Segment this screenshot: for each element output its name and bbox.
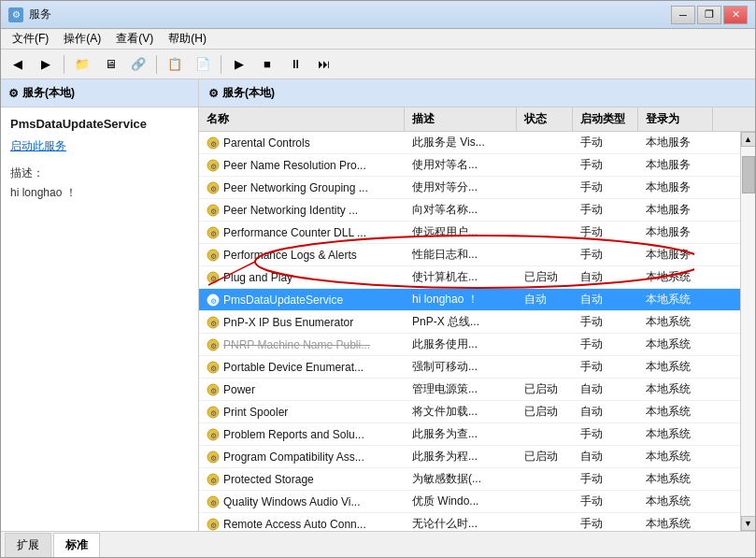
col-status[interactable]: 状态 — [517, 107, 573, 131]
service-icon: ⚙ — [207, 293, 220, 307]
desc-text: hi longhao ！ — [10, 185, 189, 201]
restore-button[interactable]: ❐ — [697, 6, 721, 24]
menu-bar: 文件(F) 操作(A) 查看(V) 帮助(H) — [1, 29, 755, 50]
menu-help[interactable]: 帮助(H) — [161, 29, 214, 49]
service-status-cell — [517, 132, 573, 153]
service-desc-cell: 管理电源策... — [405, 379, 517, 400]
right-panel: ⚙ 服务(本地) 名称 描述 状态 启动类型 登录为 ⚙Parental Con… — [199, 79, 755, 531]
table-row[interactable]: ⚙Peer Networking Identity ...向对等名称...手动本… — [199, 199, 740, 222]
connect-button[interactable]: 🔗 — [125, 52, 151, 77]
service-icon: ⚙ — [207, 428, 220, 441]
tab-standard[interactable]: 标准 — [53, 533, 100, 557]
stop-button[interactable]: ■ — [254, 52, 280, 77]
svg-text:⚙: ⚙ — [210, 476, 217, 484]
table-row[interactable]: ⚙PmsDataUpdateServicehi longhao ！自动自动本地系… — [199, 289, 740, 311]
svg-text:⚙: ⚙ — [210, 319, 217, 327]
table-row[interactable]: ⚙Performance Logs & Alerts性能日志和...手动本地服务 — [199, 244, 740, 266]
service-login-cell: 本地服务 — [638, 222, 713, 243]
service-name-cell: ⚙Print Spooler — [199, 401, 405, 422]
svg-text:⚙: ⚙ — [210, 408, 217, 417]
table-with-scrollbar: ⚙Parental Controls此服务是 Vis...手动本地服务⚙Peer… — [199, 132, 755, 531]
service-login-cell: 本地系统 — [638, 334, 713, 355]
service-status-cell — [517, 222, 573, 243]
service-status-cell: 自动 — [517, 289, 573, 310]
table-row[interactable]: ⚙Peer Networking Grouping ...使用对等分...手动本… — [199, 177, 740, 199]
service-name-cell: ⚙Remote Access Auto Conn... — [199, 513, 405, 531]
back-button[interactable]: ◀ — [5, 52, 31, 77]
service-icon: ⚙ — [207, 406, 220, 419]
service-login-cell: 本地服务 — [638, 244, 713, 265]
col-login[interactable]: 登录为 — [638, 107, 713, 131]
tab-expand[interactable]: 扩展 — [5, 533, 51, 557]
service-status-cell: 已启动 — [517, 266, 573, 288]
scrollbar-thumb[interactable] — [742, 156, 755, 193]
service-startup-cell: 自动 — [573, 446, 638, 467]
col-desc[interactable]: 描述 — [405, 107, 517, 131]
table-row[interactable]: ⚙Power管理电源策...已启动自动本地系统 — [199, 379, 740, 401]
service-startup-cell: 自动 — [573, 401, 638, 422]
left-panel-title: 服务(本地) — [22, 85, 75, 101]
service-icon: ⚙ — [207, 249, 220, 262]
col-name[interactable]: 名称 — [199, 107, 405, 131]
service-desc-cell: 使远程用户... — [405, 222, 517, 243]
table-row[interactable]: ⚙Portable Device Enumerat...强制可移动...手动本地… — [199, 356, 740, 379]
forward-button[interactable]: ▶ — [33, 52, 59, 77]
service-status-cell — [517, 177, 573, 198]
scrollbar-track[interactable] — [741, 147, 755, 516]
close-button[interactable]: ✕ — [723, 6, 748, 24]
up-button[interactable]: 📁 — [69, 52, 95, 77]
show-button[interactable]: 🖥 — [97, 52, 123, 77]
table-row[interactable]: ⚙Protected Storage为敏感数据(...手动本地系统 — [199, 468, 740, 491]
table-row[interactable]: ⚙PNRP Machine Name Publi...此服务使用...手动本地系… — [199, 334, 740, 356]
start-service-link[interactable]: 启动此服务 — [10, 139, 66, 152]
table-row[interactable]: ⚙Problem Reports and Solu...此服务为查...手动本地… — [199, 423, 740, 446]
bottom-tabs: 扩展 标准 — [1, 531, 755, 557]
table-row[interactable]: ⚙Program Compatibility Ass...此服务为程...已启动… — [199, 446, 740, 468]
toolbar-btn6[interactable]: 📄 — [190, 52, 216, 77]
toolbar-btn5[interactable]: 📋 — [162, 52, 188, 77]
menu-view[interactable]: 查看(V) — [108, 29, 161, 49]
service-desc-cell: hi longhao ！ — [405, 289, 517, 310]
service-login-cell: 本地系统 — [638, 311, 713, 333]
service-name-cell: ⚙Parental Controls — [199, 132, 405, 153]
service-table[interactable]: ⚙Parental Controls此服务是 Vis...手动本地服务⚙Peer… — [199, 132, 740, 531]
table-row[interactable]: ⚙Plug and Play使计算机在...已启动自动本地系统 — [199, 266, 740, 289]
svg-text:⚙: ⚙ — [210, 207, 217, 215]
service-startup-cell: 手动 — [573, 513, 638, 531]
service-status-cell — [517, 199, 573, 221]
service-status-cell — [517, 468, 573, 490]
service-startup-cell: 手动 — [573, 423, 638, 445]
service-desc-cell: 使用对等名... — [405, 154, 517, 176]
service-login-cell: 本地系统 — [638, 379, 713, 400]
col-startup[interactable]: 启动类型 — [573, 107, 638, 131]
table-row[interactable]: ⚙Print Spooler将文件加载...已启动自动本地系统 — [199, 401, 740, 423]
scrollbar-down[interactable]: ▼ — [741, 516, 756, 531]
menu-action[interactable]: 操作(A) — [56, 29, 108, 49]
table-row[interactable]: ⚙Peer Name Resolution Pro...使用对等名...手动本地… — [199, 154, 740, 177]
minimize-button[interactable]: ─ — [671, 6, 695, 24]
service-status-cell — [517, 244, 573, 265]
table-row[interactable]: ⚙Remote Access Auto Conn...无论什么时...手动本地系… — [199, 513, 740, 531]
table-row[interactable]: ⚙PnP-X IP Bus EnumeratorPnP-X 总线...手动本地系… — [199, 311, 740, 334]
selected-service-name: PmsDataUpdateService — [10, 117, 189, 131]
service-icon: ⚙ — [207, 226, 220, 239]
svg-text:⚙: ⚙ — [210, 498, 217, 507]
pause-button[interactable]: ⏸ — [282, 52, 308, 77]
service-desc-cell: 此服务使用... — [405, 334, 517, 355]
table-header: 名称 描述 状态 启动类型 登录为 — [199, 107, 755, 132]
service-icon: ⚙ — [207, 495, 220, 508]
table-row[interactable]: ⚙Parental Controls此服务是 Vis...手动本地服务 — [199, 132, 740, 154]
table-row[interactable]: ⚙Quality Windows Audio Vi...优质 Windo...手… — [199, 491, 740, 513]
service-desc-cell: 性能日志和... — [405, 244, 517, 265]
svg-text:⚙: ⚙ — [210, 431, 217, 439]
svg-text:⚙: ⚙ — [210, 364, 217, 372]
menu-file[interactable]: 文件(F) — [5, 29, 56, 49]
service-status-cell — [517, 491, 573, 512]
main-area: ⚙ 服务(本地) PmsDataUpdateService 启动此服务 描述： … — [1, 79, 755, 531]
restart-button[interactable]: ⏭ — [310, 52, 336, 77]
service-desc-cell: 为敏感数据(... — [405, 468, 517, 490]
start-button[interactable]: ▶ — [226, 52, 252, 77]
scrollbar-up[interactable]: ▲ — [741, 132, 756, 147]
table-row[interactable]: ⚙Performance Counter DLL ...使远程用户...手动本地… — [199, 222, 740, 244]
svg-text:⚙: ⚙ — [210, 296, 217, 305]
